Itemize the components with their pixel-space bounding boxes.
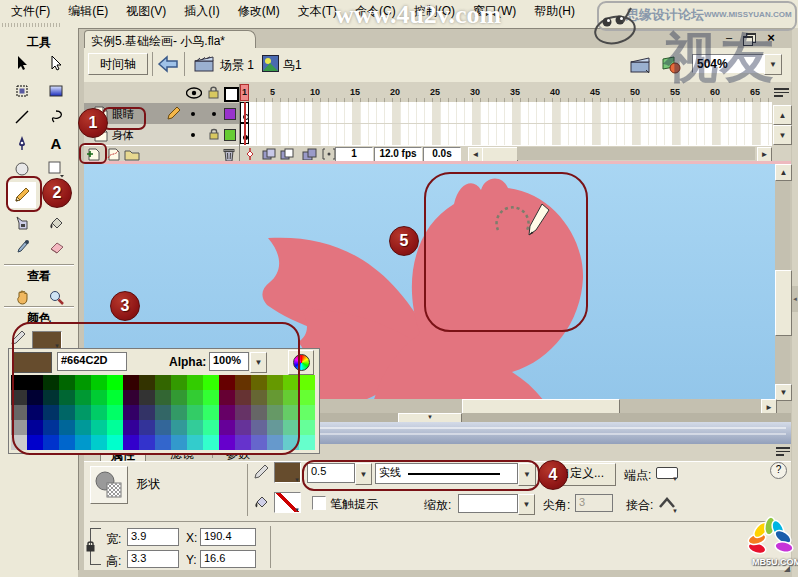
properties-panel-menu-icon[interactable] (776, 446, 790, 458)
canvas-vscrollbar[interactable]: ▲ ▼ (775, 164, 790, 399)
color-swatch[interactable] (139, 405, 155, 420)
outline-column-icon[interactable] (224, 87, 239, 102)
stroke-hint-checkbox[interactable] (312, 496, 326, 510)
color-swatch[interactable] (43, 435, 59, 450)
eye-column-icon[interactable] (186, 87, 202, 99)
stroke-style-dropdown[interactable]: 实线 (375, 463, 518, 484)
layer-unlocked-dot[interactable] (212, 112, 216, 116)
color-swatch[interactable] (27, 375, 43, 390)
tool-text[interactable]: A (42, 130, 70, 156)
vscrollbar-thumb[interactable] (775, 270, 792, 336)
color-swatch[interactable] (59, 375, 75, 390)
menu-item[interactable]: 窗口(W) (464, 0, 525, 23)
edit-symbol-icon[interactable] (660, 55, 684, 75)
color-swatch[interactable] (187, 420, 203, 435)
stroke-height-dropdown-button[interactable]: ▼ (355, 463, 372, 485)
color-swatch[interactable] (27, 420, 43, 435)
color-swatch[interactable] (155, 390, 171, 405)
tool-selection[interactable] (8, 50, 36, 76)
color-swatch[interactable] (107, 420, 123, 435)
color-swatch[interactable] (107, 375, 123, 390)
x-field[interactable]: 190.4 (200, 528, 256, 546)
color-swatch[interactable] (299, 420, 315, 435)
color-swatch[interactable] (107, 435, 123, 450)
tool-line[interactable] (8, 104, 36, 130)
insert-layer-button[interactable] (86, 148, 101, 161)
scroll-up-button[interactable]: ▲ (775, 164, 792, 181)
scene-breadcrumb[interactable]: 场景 1 (220, 57, 254, 74)
back-arrow-icon[interactable] (157, 54, 179, 74)
timeline-scrollbar-thumb[interactable] (482, 147, 518, 162)
color-swatch[interactable] (123, 405, 139, 420)
color-swatch[interactable] (43, 405, 59, 420)
color-swatch[interactable] (219, 420, 235, 435)
add-motion-guide-button[interactable] (106, 148, 121, 161)
height-field[interactable]: 3.3 (127, 550, 179, 568)
color-swatch[interactable] (123, 435, 139, 450)
color-swatch[interactable] (171, 435, 187, 450)
tool-pen[interactable] (8, 130, 36, 156)
menu-item[interactable]: 插入(I) (175, 0, 228, 23)
join-dropdown-arrow-icon[interactable]: ▼ (672, 508, 678, 514)
timeline-scroll-left-button[interactable]: ◄ (468, 147, 483, 162)
color-swatch[interactable] (171, 375, 187, 390)
color-swatch[interactable] (27, 390, 43, 405)
hex-color-field[interactable]: #664C2D (57, 352, 127, 371)
menu-item[interactable]: 修改(M) (229, 0, 289, 23)
color-swatch[interactable] (235, 435, 251, 450)
color-swatch[interactable] (75, 435, 91, 450)
color-swatch[interactable] (283, 405, 299, 420)
modify-onion-markers-icon[interactable] (322, 148, 336, 160)
color-swatch[interactable] (27, 435, 43, 450)
color-swatch[interactable] (171, 405, 187, 420)
color-swatch[interactable] (59, 405, 75, 420)
color-swatch[interactable] (203, 390, 219, 405)
color-swatch[interactable] (251, 375, 267, 390)
onion-skin-outlines-icon[interactable] (280, 148, 295, 160)
layer-visible-dot[interactable] (191, 133, 195, 137)
menu-item[interactable]: 编辑(E) (59, 0, 117, 23)
tool-lasso[interactable] (42, 104, 70, 130)
color-swatch[interactable] (203, 435, 219, 450)
y-field[interactable]: 16.6 (200, 550, 256, 568)
color-swatch[interactable] (299, 375, 315, 390)
color-swatch[interactable] (91, 390, 107, 405)
color-swatch[interactable] (219, 405, 235, 420)
edit-scene-icon[interactable] (630, 56, 652, 74)
timeline-toggle-button[interactable]: 时间轴 (88, 53, 148, 75)
join-style-icon[interactable] (658, 495, 676, 509)
menu-item[interactable]: 帮助(H) (525, 0, 584, 23)
color-swatch[interactable] (91, 375, 107, 390)
tool-pencil[interactable] (8, 182, 36, 208)
color-swatch[interactable] (299, 390, 315, 405)
color-swatch[interactable] (11, 390, 27, 405)
color-swatch[interactable] (91, 435, 107, 450)
color-swatch[interactable] (91, 420, 107, 435)
color-swatch[interactable] (219, 375, 235, 390)
color-swatch[interactable] (299, 435, 315, 450)
timeline-scroll-up-button[interactable]: ▲ (773, 105, 792, 125)
color-swatch[interactable] (267, 435, 283, 450)
zoom-dropdown-button[interactable]: ▼ (764, 54, 782, 75)
menu-item[interactable]: 视图(V) (117, 0, 175, 23)
tool-free-transform[interactable] (8, 78, 36, 104)
color-swatch[interactable] (171, 390, 187, 405)
color-swatch[interactable] (283, 435, 299, 450)
color-swatch[interactable] (27, 405, 43, 420)
color-swatch[interactable] (203, 375, 219, 390)
color-swatch[interactable] (203, 405, 219, 420)
color-swatch[interactable] (123, 420, 139, 435)
close-button[interactable]: × (764, 31, 778, 45)
color-swatch[interactable] (59, 420, 75, 435)
properties-stroke-swatch[interactable]: ▼ (274, 462, 301, 483)
alpha-field[interactable]: 100% (209, 352, 249, 371)
scroll-down-button[interactable]: ▼ (775, 384, 792, 401)
color-wheel-button[interactable] (288, 350, 314, 375)
tool-eraser[interactable] (42, 234, 70, 260)
lock-column-icon[interactable] (207, 85, 220, 100)
color-swatch[interactable] (187, 375, 203, 390)
color-swatch[interactable] (219, 390, 235, 405)
color-swatch[interactable] (11, 435, 27, 450)
color-swatch[interactable] (139, 435, 155, 450)
color-swatch[interactable] (107, 405, 123, 420)
